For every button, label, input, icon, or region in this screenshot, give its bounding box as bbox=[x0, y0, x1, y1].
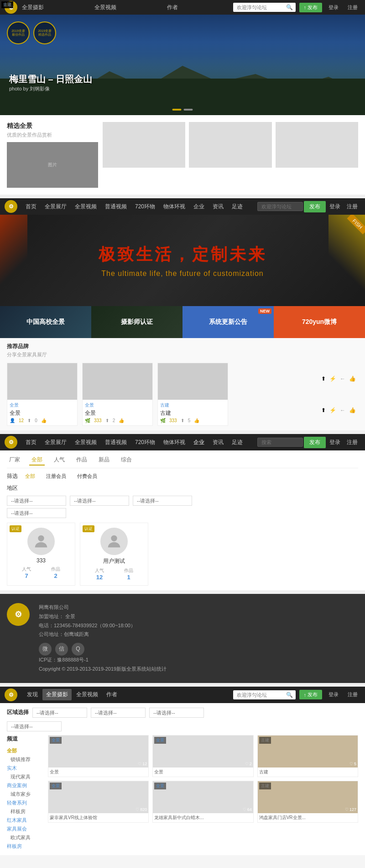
register-button[interactable]: 注册 bbox=[345, 3, 360, 12]
sidebar-recommend[interactable]: 锁镇推荐 bbox=[7, 755, 43, 764]
nav4-author[interactable]: 作者 bbox=[103, 689, 121, 700]
filter-tag-all[interactable]: 全部 bbox=[21, 472, 39, 481]
nav2-register-button[interactable]: 注册 bbox=[344, 201, 360, 212]
nav3-gallery[interactable]: 全景展厅 bbox=[41, 437, 70, 448]
bottom-select-2[interactable]: --请选择-- bbox=[91, 708, 146, 718]
nav4-publish-button[interactable]: ↑ 发布 bbox=[299, 690, 323, 699]
nav3-publish-button[interactable]: 发布 bbox=[304, 437, 326, 448]
nav4-discover[interactable]: 发现 bbox=[23, 689, 42, 700]
ent-person-1[interactable]: 认证 333 人气 7 作品 2 bbox=[7, 523, 75, 586]
login-button[interactable]: 登录 bbox=[326, 3, 341, 12]
publish-button[interactable]: ↑ 发布 bbox=[299, 3, 323, 12]
nav3-register-button[interactable]: 注册 bbox=[344, 437, 360, 448]
social-icon-qq[interactable]: Q bbox=[72, 643, 84, 656]
logo-2[interactable]: ⚙ bbox=[5, 200, 17, 213]
bottom-select-4[interactable]: --请选择-- bbox=[7, 721, 62, 731]
sidebar-light-luxury[interactable]: 轻奢系列 bbox=[7, 799, 43, 807]
filter-tag-paid[interactable]: 付费会员 bbox=[73, 472, 101, 481]
nav2-pvideo[interactable]: 全景视频 bbox=[71, 201, 100, 212]
nav2-track[interactable]: 足迹 bbox=[228, 201, 246, 212]
curated-subtitle: 优质的全景作品赏析 bbox=[7, 132, 98, 138]
nav-link-panorama-photo[interactable]: 全景摄影 bbox=[22, 4, 88, 11]
sidebar-sample-room[interactable]: 样板房 bbox=[7, 807, 43, 816]
nav3-pvideo[interactable]: 全景视频 bbox=[71, 437, 100, 448]
hero-dot-1[interactable] bbox=[172, 109, 182, 111]
curated-card-2[interactable] bbox=[189, 122, 271, 168]
cat-card-city[interactable]: 中国高校全景 bbox=[0, 306, 91, 338]
search-input[interactable] bbox=[233, 3, 283, 11]
brand-item-1[interactable]: 全景 全景 全景 👤 12 ⬆ 0 👍 bbox=[7, 363, 78, 426]
nav2-login-button[interactable]: 登录 bbox=[327, 201, 343, 212]
curated-card-3[interactable] bbox=[276, 122, 358, 168]
nav-link-panorama-video[interactable]: 全景视频 bbox=[94, 4, 160, 11]
nav3-login-button[interactable]: 登录 bbox=[327, 437, 343, 448]
sidebar-rosewood[interactable]: 红木家具 bbox=[7, 816, 43, 825]
logo-4[interactable]: ⚙ bbox=[5, 688, 17, 701]
ent-tab-combined[interactable]: 综合 bbox=[119, 455, 134, 466]
grid-item-1-2[interactable]: 全景 ♡ 2 全景 bbox=[152, 735, 253, 777]
nav2-gallery[interactable]: 全景展厅 bbox=[41, 201, 70, 212]
nav3-home[interactable]: 首页 bbox=[22, 437, 40, 448]
nav4-register-button[interactable]: 注册 bbox=[345, 690, 360, 699]
social-icon-weibo[interactable]: 微 bbox=[39, 643, 52, 656]
hero-dot-2[interactable] bbox=[184, 109, 193, 111]
ent-tab-all[interactable]: 全部 bbox=[29, 455, 45, 466]
ent-tab-popular[interactable]: 人气 bbox=[52, 455, 67, 466]
ent-select-1[interactable]: --请选择-- bbox=[7, 496, 66, 506]
sidebar-show-room[interactable]: 样板房 bbox=[7, 842, 43, 851]
sidebar-european[interactable]: 欧式家具 bbox=[7, 833, 43, 842]
nav2-enterprise[interactable]: 企业 bbox=[190, 201, 208, 212]
brand-item-3[interactable]: 古建 古建 古建 🌿 333 ⬆ 5 👍 bbox=[157, 363, 228, 426]
sidebar-commercial[interactable]: 商业案例 bbox=[7, 781, 43, 790]
nav3-enterprise[interactable]: 企业 bbox=[190, 437, 208, 448]
nav2-object[interactable]: 物体环视 bbox=[160, 201, 189, 212]
sidebar-all[interactable]: 全部 bbox=[7, 746, 43, 755]
grid-item-1-3[interactable]: 古建 ♡ 5 古建 bbox=[257, 735, 358, 777]
ent-tab-new[interactable]: 新品 bbox=[96, 455, 112, 466]
filter-tag-member[interactable]: 注册会员 bbox=[42, 472, 70, 481]
grid-item-2-3[interactable]: 古建 ♡ 127 鸿盘家具门店VR全景... bbox=[257, 781, 358, 823]
sidebar-expo[interactable]: 家具展会 bbox=[7, 825, 43, 833]
nav3-720[interactable]: 720环物 bbox=[131, 437, 159, 448]
curated-main-thumb[interactable]: 图片 bbox=[7, 142, 98, 188]
nav3-search-input[interactable] bbox=[257, 438, 303, 447]
grid-item-2-1[interactable]: 全景 ♡ 820 蒙非家具VR线上体验馆 bbox=[48, 781, 149, 823]
curated-card-1[interactable] bbox=[103, 122, 185, 168]
nav2-720[interactable]: 720环物 bbox=[131, 201, 159, 212]
cat-card-photo[interactable]: 摄影师认证 bbox=[91, 306, 182, 338]
nav3-object[interactable]: 物体环视 bbox=[160, 437, 189, 448]
nav4-search-button[interactable]: 🔍 bbox=[283, 690, 296, 699]
nav2-publish-button[interactable]: 发布 bbox=[304, 201, 326, 212]
ent-person-2[interactable]: 认证 用户测试 人气 12 作品 1 bbox=[80, 523, 148, 586]
cat-card-update[interactable]: 系统更新公告 NEW bbox=[182, 306, 274, 338]
nav4-panorama-photo[interactable]: 全景摄影 bbox=[42, 689, 72, 700]
ent-select-4[interactable]: --请选择-- bbox=[7, 508, 66, 518]
nav2-home[interactable]: 首页 bbox=[22, 201, 40, 212]
brand-item-2[interactable]: 全景 全景 全景 🌿 333 ⬆ 2 👍 bbox=[82, 363, 153, 426]
nav2-search-input[interactable] bbox=[257, 202, 303, 211]
ent-tab-factory[interactable]: 厂家 bbox=[7, 455, 22, 466]
social-icon-wechat[interactable]: 信 bbox=[55, 643, 68, 656]
nav4-login-button[interactable]: 登录 bbox=[326, 690, 341, 699]
nav4-search-input[interactable] bbox=[233, 691, 283, 699]
nav2-news[interactable]: 资讯 bbox=[209, 201, 227, 212]
ent-select-3[interactable]: --请选择-- bbox=[133, 496, 192, 506]
nav3-track[interactable]: 足迹 bbox=[228, 437, 246, 448]
grid-item-2-2[interactable]: 全景 ♡ 64 龙雄家具新中式白蜡木... bbox=[152, 781, 253, 823]
ent-tab-works[interactable]: 作品 bbox=[74, 455, 89, 466]
logo-3[interactable]: ⚙ bbox=[5, 436, 17, 449]
sidebar-solid-wood[interactable]: 实木 bbox=[7, 764, 43, 773]
bottom-select-1[interactable]: --请选择-- bbox=[32, 708, 87, 718]
sidebar-urban[interactable]: 城市家乡 bbox=[7, 790, 43, 799]
grid-item-1-1[interactable]: 全景 ♡ 12 全景 bbox=[48, 735, 149, 777]
nav2-nvideo[interactable]: 普通视频 bbox=[101, 201, 130, 212]
bottom-select-3[interactable]: --请选择-- bbox=[149, 708, 204, 718]
nav3-news[interactable]: 资讯 bbox=[209, 437, 227, 448]
ent-select-2[interactable]: --请选择-- bbox=[70, 496, 129, 506]
nav4-panorama-video[interactable]: 全景视频 bbox=[73, 689, 102, 700]
search-button[interactable]: 🔍 bbox=[283, 3, 296, 12]
nav3-nvideo[interactable]: 普通视频 bbox=[101, 437, 130, 448]
nav-link-author[interactable]: 作者 bbox=[167, 4, 233, 11]
cat-card-weibo[interactable]: 720yun微博 bbox=[274, 306, 365, 338]
sidebar-modern[interactable]: 现代家具 bbox=[7, 773, 43, 781]
